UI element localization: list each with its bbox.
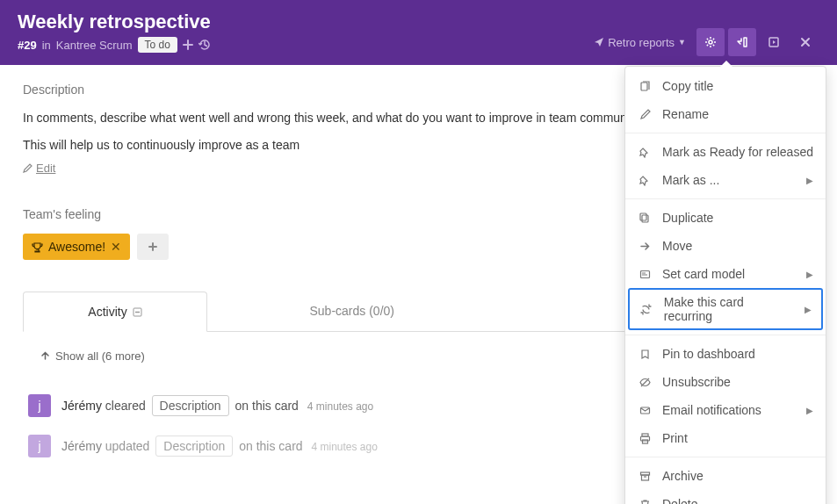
card-number: #29 [18, 39, 37, 52]
tag-remove-icon[interactable]: ✕ [111, 240, 121, 254]
menu-set-model[interactable]: Set card model ▶ [625, 260, 826, 288]
bookmark-icon [638, 349, 652, 360]
pin-icon [638, 175, 652, 186]
show-all-label: Show all (6 more) [55, 349, 145, 363]
menu-copy-title[interactable]: Copy title [625, 72, 826, 100]
show-all-button[interactable]: Show all (6 more) [40, 349, 145, 363]
menu-archive[interactable]: Archive [625, 462, 826, 490]
edit-label: Edit [36, 162, 55, 175]
activity-time: 4 minutes ago [311, 441, 377, 453]
menu-mark-ready-label: Mark as Ready for released [662, 145, 813, 159]
menu-email-label: Email notifications [662, 403, 761, 417]
svg-rect-5 [640, 213, 646, 220]
envelope-icon [638, 405, 652, 416]
svg-rect-12 [641, 475, 648, 480]
header-left: Weekly retrospective #29 in Kantree Scru… [18, 11, 211, 53]
pin-icon [638, 147, 652, 158]
activity-time: 4 minutes ago [307, 400, 373, 413]
tab-activity[interactable]: Activity [23, 292, 207, 332]
trash-icon [638, 499, 652, 505]
menu-rename-label: Rename [662, 107, 709, 121]
menu-unsubscribe[interactable]: Unsubscribe [625, 368, 826, 396]
activity-field: Description [155, 436, 233, 457]
menu-mark-as[interactable]: Mark as ... ▶ [625, 166, 826, 194]
avatar[interactable]: j [28, 394, 51, 417]
in-label: in [42, 39, 51, 52]
activity-user[interactable]: Jérémy [61, 399, 102, 413]
gear-icon[interactable] [696, 28, 725, 56]
menu-rename[interactable]: Rename [625, 100, 826, 128]
activity-user[interactable]: Jérémy [61, 439, 102, 453]
menu-unsubscribe-label: Unsubscribe [662, 375, 731, 389]
menu-print-label: Print [662, 431, 688, 445]
chevron-right-icon: ▶ [805, 305, 812, 314]
menu-move[interactable]: Move [625, 232, 826, 260]
pencil-icon [638, 109, 652, 120]
chevron-right-icon: ▶ [806, 176, 813, 185]
menu-pin[interactable]: Pin to dashboard [625, 340, 826, 368]
activity-suffix: on this card [239, 439, 302, 453]
menu-recurring-label: Make this card recurring [664, 295, 794, 323]
activity-field: Description [152, 395, 229, 416]
archive-icon [638, 471, 652, 482]
menu-move-label: Move [662, 239, 692, 253]
arrow-right-icon [638, 241, 652, 252]
tag-awesome-label: Awesome! [48, 240, 105, 254]
card-header: Weekly retrospective #29 in Kantree Scru… [0, 0, 837, 65]
edit-description-button[interactable]: Edit [23, 162, 55, 175]
refresh-icon [639, 304, 653, 315]
menu-archive-label: Archive [662, 469, 704, 483]
activity-action: updated [105, 439, 150, 453]
activity-action: cleared [105, 399, 146, 413]
tag-awesome[interactable]: Awesome! ✕ [23, 234, 130, 260]
caret-down-icon: ▼ [678, 38, 686, 47]
retro-reports-button[interactable]: Retro reports ▼ [587, 32, 693, 53]
menu-mark-as-label: Mark as ... [662, 173, 719, 187]
svg-rect-3 [641, 83, 647, 90]
menu-duplicate[interactable]: Duplicate [625, 204, 826, 232]
menu-duplicate-label: Duplicate [662, 211, 713, 225]
chevron-right-icon: ▶ [806, 406, 813, 415]
print-icon [638, 433, 652, 444]
menu-recurring[interactable]: Make this card recurring ▶ [628, 288, 823, 330]
card-meta: #29 in Kantree Scrum To do [18, 37, 211, 53]
card-title: Weekly retrospective [18, 11, 211, 33]
enter-icon[interactable] [728, 28, 756, 56]
plus-icon [148, 241, 158, 252]
status-badge[interactable]: To do [138, 37, 177, 53]
activity-text: Jérémy updated Description on this card … [61, 439, 378, 453]
project-name[interactable]: Kantree Scrum [56, 39, 133, 52]
history-icon[interactable] [198, 39, 211, 51]
menu-separator [625, 335, 826, 335]
menu-separator [625, 133, 826, 133]
menu-mark-ready[interactable]: Mark as Ready for released [625, 138, 826, 166]
menu-separator [625, 457, 826, 457]
tab-subcards[interactable]: Sub-cards (0/0) [207, 292, 497, 331]
eye-off-icon [638, 377, 652, 388]
card-icon [638, 269, 652, 280]
card-actions-menu: Copy title Rename Mark as Ready for rele… [624, 66, 826, 504]
chevron-right-icon: ▶ [806, 270, 813, 279]
trophy-icon [32, 241, 43, 253]
menu-separator [625, 198, 826, 199]
tab-activity-label: Activity [88, 305, 126, 319]
menu-email[interactable]: Email notifications ▶ [625, 396, 826, 424]
expand-icon[interactable] [760, 28, 788, 56]
add-icon[interactable] [183, 40, 193, 50]
close-icon[interactable] [791, 28, 819, 56]
menu-print[interactable]: Print [625, 424, 826, 452]
svg-point-0 [709, 40, 712, 44]
pencil-icon [23, 163, 32, 173]
copy-icon [638, 81, 652, 92]
menu-delete[interactable]: Delete [625, 490, 826, 504]
menu-delete-label: Delete [662, 497, 697, 504]
add-tag-button[interactable] [137, 234, 169, 260]
header-actions: Retro reports ▼ [587, 28, 819, 56]
duplicate-icon [638, 212, 652, 224]
activity-text: Jérémy cleared Description on this card … [61, 399, 373, 413]
menu-pin-label: Pin to dashboard [662, 347, 755, 361]
avatar[interactable]: j [28, 435, 51, 457]
arrow-up-icon [40, 351, 50, 361]
collapse-icon [133, 307, 142, 317]
activity-suffix: on this card [235, 399, 299, 413]
